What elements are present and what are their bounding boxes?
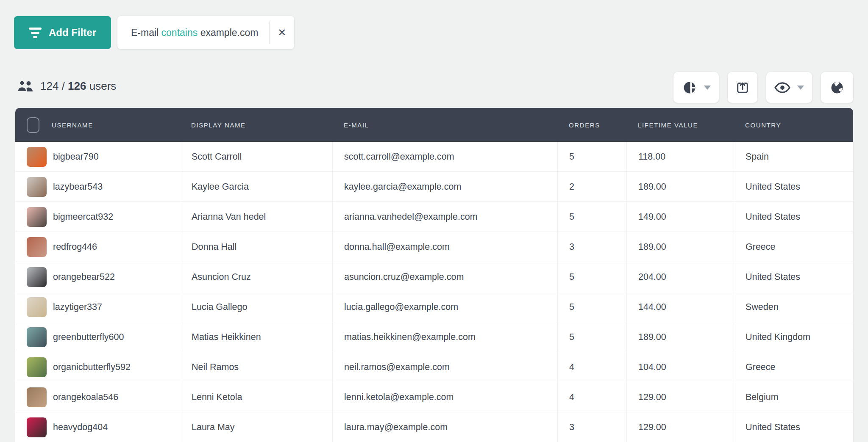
column-visibility-button[interactable] [766, 72, 812, 103]
country-cell: Belgium [734, 382, 853, 412]
display-name: Kaylee Garcia [192, 182, 249, 192]
display-name-cell: Arianna Van hedel [180, 202, 332, 232]
email: laura.may@example.com [344, 422, 448, 433]
column-header-orders[interactable]: ORDERS [557, 108, 626, 142]
table-row[interactable]: bigbear790 Scott Carroll scott.carroll@e… [15, 142, 853, 172]
display-name: Arianna Van hedel [192, 212, 266, 222]
charts-button[interactable] [673, 72, 719, 103]
avatar [27, 147, 47, 167]
email-cell: scott.carroll@example.com [332, 142, 557, 171]
orders-cell: 4 [557, 352, 626, 382]
country: United States [746, 212, 800, 222]
column-label: COUNTRY [745, 122, 781, 129]
username-cell: greenbutterfly600 [15, 322, 180, 352]
avatar [27, 297, 47, 317]
active-filter-chip[interactable]: E-mail contains example.com ✕ [117, 16, 294, 49]
orders-cell: 5 [557, 322, 626, 352]
active-filter-text: E-mail contains example.com [117, 27, 269, 39]
email-cell: kaylee.garcia@example.com [332, 172, 557, 202]
lifetime-value: 104.00 [638, 362, 666, 373]
users-count-text: 124 / 126 users [40, 80, 116, 93]
close-icon: ✕ [278, 27, 286, 39]
display-name: Asuncion Cruz [192, 272, 251, 282]
table-row[interactable]: bigmeercat932 Arianna Van hedel arianna.… [15, 202, 853, 232]
username: bigmeercat932 [53, 212, 113, 222]
username: heavydog404 [53, 422, 108, 433]
table-row[interactable]: orangebear522 Asuncion Cruz asuncion.cru… [15, 262, 853, 292]
filter-operator: contains [161, 27, 198, 38]
country: Greece [746, 242, 776, 252]
column-header-lifetime-value[interactable]: LIFETIME VALUE [626, 108, 734, 142]
geolocation-button[interactable] [821, 72, 853, 103]
email-cell: neil.ramos@example.com [332, 352, 557, 382]
avatar [27, 357, 47, 377]
email: asuncion.cruz@example.com [344, 272, 464, 282]
lifetime-value: 129.00 [638, 422, 666, 433]
display-name-cell: Lenni Ketola [180, 382, 332, 412]
email: neil.ramos@example.com [344, 362, 450, 373]
shown-count: 124 [40, 80, 58, 92]
email-cell: asuncion.cruz@example.com [332, 262, 557, 292]
avatar [27, 417, 47, 437]
column-label: ORDERS [569, 122, 600, 129]
remove-filter-button[interactable]: ✕ [270, 16, 294, 49]
table-row[interactable]: lazybear543 Kaylee Garcia kaylee.garcia@… [15, 172, 853, 202]
column-header-display-name[interactable]: DISPLAY NAME [180, 108, 332, 142]
display-name: Lenni Ketola [192, 392, 242, 403]
orders: 5 [569, 212, 574, 222]
username: orangebear522 [53, 272, 115, 282]
add-filter-label: Add Filter [49, 27, 96, 39]
username: orangekoala546 [53, 392, 118, 403]
country: Greece [746, 362, 776, 373]
column-header-username[interactable]: USERNAME [15, 108, 180, 142]
username-cell: organicbutterfly592 [15, 352, 180, 382]
display-name-cell: Scott Carroll [180, 142, 332, 171]
add-filter-button[interactable]: Add Filter [14, 16, 111, 49]
display-name: Donna Hall [192, 242, 236, 252]
table-toolbar [673, 72, 853, 103]
table-row[interactable]: organicbutterfly592 Neil Ramos neil.ramo… [15, 352, 853, 382]
users-icon [17, 80, 34, 92]
table-row[interactable]: lazytiger337 Lucia Gallego lucia.gallego… [15, 292, 853, 322]
table-row[interactable]: redfrog446 Donna Hall donna.hall@example… [15, 232, 853, 262]
display-name-cell: Kaylee Garcia [180, 172, 332, 202]
display-name: Scott Carroll [192, 152, 242, 162]
orders: 3 [569, 422, 574, 433]
column-label: LIFETIME VALUE [638, 122, 698, 129]
chevron-down-icon [704, 86, 711, 90]
table-row[interactable]: orangekoala546 Lenni Ketola lenni.ketola… [15, 382, 853, 412]
select-all-checkbox[interactable] [27, 117, 39, 133]
country: Sweden [746, 302, 779, 312]
display-name-cell: Asuncion Cruz [180, 262, 332, 292]
username-cell: bigmeercat932 [15, 202, 180, 232]
email-cell: laura.may@example.com [332, 412, 557, 442]
users-page: Add Filter E-mail contains example.com ✕ [0, 0, 868, 442]
country: United States [746, 422, 800, 433]
orders: 4 [569, 362, 574, 373]
export-button[interactable] [728, 72, 757, 103]
username-cell: lazytiger337 [15, 292, 180, 322]
orders: 5 [569, 152, 574, 162]
filter-value: example.com [200, 27, 259, 38]
orders-cell: 4 [557, 382, 626, 412]
display-name-cell: Donna Hall [180, 232, 332, 262]
orders: 5 [569, 272, 574, 282]
table-row[interactable]: heavydog404 Laura May laura.may@example.… [15, 412, 853, 442]
display-name-cell: Laura May [180, 412, 332, 442]
orders: 5 [569, 332, 574, 343]
column-header-country[interactable]: COUNTRY [734, 108, 853, 142]
country-cell: Spain [734, 142, 853, 171]
email: donna.hall@example.com [344, 242, 450, 252]
lifetime-value: 189.00 [638, 242, 666, 252]
table-row[interactable]: greenbutterfly600 Matias Heikkinen matia… [15, 322, 853, 352]
country-cell: United States [734, 202, 853, 232]
lifetime-value: 204.00 [638, 272, 666, 282]
lifetime-value-cell: 189.00 [626, 322, 734, 352]
orders: 2 [569, 182, 574, 192]
lifetime-value: 189.00 [638, 332, 666, 343]
column-header-email[interactable]: E-MAIL [332, 108, 557, 142]
lifetime-value-cell: 129.00 [626, 412, 734, 442]
lifetime-value-cell: 129.00 [626, 382, 734, 412]
orders-cell: 2 [557, 172, 626, 202]
table-header: USERNAME DISPLAY NAME E-MAIL ORDERS LIFE… [15, 108, 853, 142]
